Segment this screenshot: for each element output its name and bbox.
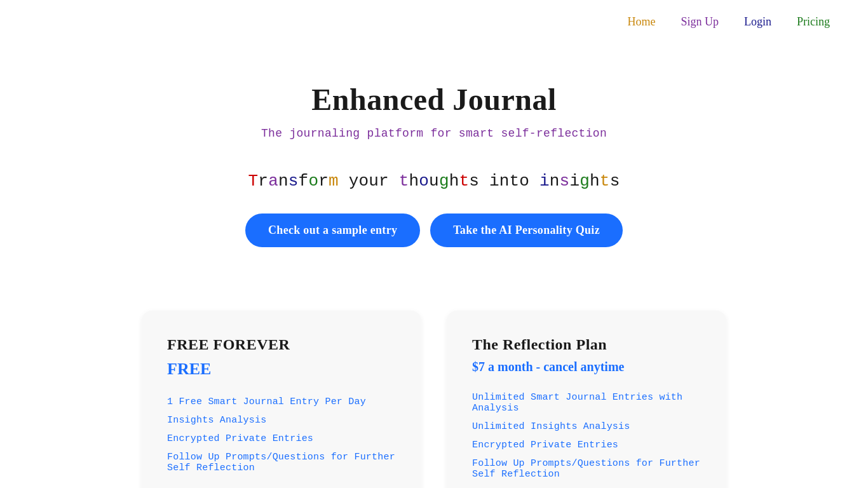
tagline-g2: g	[580, 172, 590, 191]
reflection-plan-price: $7 a month - cancel anytime	[472, 360, 701, 374]
tagline-m: m	[329, 172, 339, 191]
pricing-card-free: FREE FOREVER FREE 1 Free Smart Journal E…	[142, 311, 421, 488]
tagline-n: n	[278, 172, 288, 191]
tagline-o: o	[308, 172, 318, 191]
free-plan-features: 1 Free Smart Journal Entry Per Day Insig…	[167, 396, 396, 473]
tagline-T: T	[248, 172, 259, 191]
tagline-h3: h	[590, 172, 600, 191]
tagline-t4: t	[600, 172, 610, 191]
tagline-h2: h	[449, 172, 459, 191]
tagline-into: into	[489, 172, 539, 191]
nav-home[interactable]: Home	[627, 15, 655, 29]
nav-login[interactable]: Login	[744, 15, 771, 29]
hero-tagline: Transform your thoughts into insights	[248, 172, 620, 191]
hero-subtitle: The journaling platform for smart self-r…	[261, 127, 607, 140]
subtitle-text: The journaling platform for smart self-r…	[261, 127, 607, 140]
free-plan-title: FREE FOREVER	[167, 336, 396, 353]
list-item: Follow Up Prompts/Questions for Further …	[472, 458, 701, 480]
pricing-card-reflection: The Reflection Plan $7 a month - cancel …	[447, 311, 726, 488]
reflection-plan-features: Unlimited Smart Journal Entries with Ana…	[472, 392, 701, 480]
tagline-t3: t	[459, 172, 470, 191]
tagline-u: u	[429, 172, 439, 191]
tagline-n2: n	[550, 172, 560, 191]
pricing-section: FREE FOREVER FREE 1 Free Smart Journal E…	[0, 273, 868, 488]
list-item: Unlimited Smart Journal Entries with Ana…	[472, 392, 701, 414]
reflection-plan-title: The Reflection Plan	[472, 336, 701, 353]
tagline-s: s	[288, 172, 299, 191]
sample-entry-button[interactable]: Check out a sample entry	[245, 214, 420, 247]
tagline-i3: i	[569, 172, 580, 191]
tagline-i2: i	[539, 172, 550, 191]
hero-title: Enhanced Journal	[311, 82, 556, 117]
tagline-g: g	[439, 172, 449, 191]
tagline-s3: s	[560, 172, 570, 191]
nav-signup[interactable]: Sign Up	[681, 15, 719, 29]
hero-buttons: Check out a sample entry Take the AI Per…	[245, 214, 623, 247]
list-item: Unlimited Insights Analysis	[472, 421, 701, 432]
list-item: Encrypted Private Entries	[472, 440, 701, 451]
free-plan-price: FREE	[167, 360, 396, 379]
tagline-r2: r	[318, 172, 329, 191]
tagline-o2: o	[419, 172, 429, 191]
list-item: Insights Analysis	[167, 415, 396, 426]
hero-section: Enhanced Journal The journaling platform…	[0, 44, 868, 273]
tagline-s4: s	[610, 172, 620, 191]
list-item: Follow Up Prompts/Questions for Further …	[167, 452, 396, 473]
nav-pricing[interactable]: Pricing	[797, 15, 830, 29]
personality-quiz-button[interactable]: Take the AI Personality Quiz	[430, 214, 623, 247]
tagline-a1: a	[268, 172, 278, 191]
tagline-h: h	[409, 172, 419, 191]
tagline-t2: t	[399, 172, 409, 191]
tagline-f: f	[299, 172, 309, 191]
tagline-s2: s	[469, 172, 489, 191]
navigation: Home Sign Up Login Pricing	[0, 0, 868, 44]
list-item: 1 Free Smart Journal Entry Per Day	[167, 396, 396, 407]
tagline-r1: r	[258, 172, 268, 191]
tagline-sp1: your	[339, 172, 399, 191]
list-item: Encrypted Private Entries	[167, 433, 396, 444]
